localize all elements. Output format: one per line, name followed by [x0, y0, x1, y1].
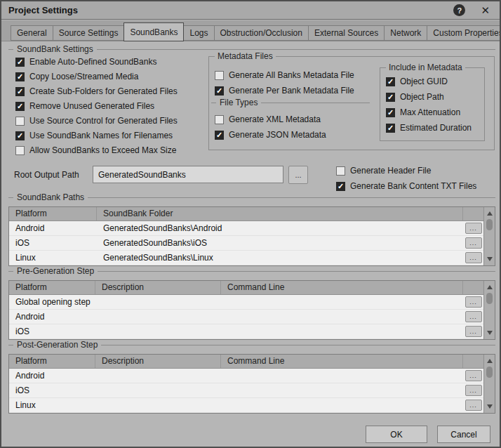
- tab-logs[interactable]: Logs: [183, 25, 214, 41]
- cell-platform: iOS: [9, 327, 95, 336]
- vertical-scrollbar[interactable]: [483, 355, 495, 413]
- checkbox[interactable]: [15, 146, 25, 155]
- root-output-path-input[interactable]: [93, 166, 283, 183]
- scroll-thumb[interactable]: [486, 293, 493, 304]
- tab-general[interactable]: General: [11, 25, 53, 41]
- checkbox-max-attenuation[interactable]: Max Attenuation: [386, 107, 460, 117]
- scroll-thumb[interactable]: [486, 219, 493, 230]
- table-row[interactable]: Linux ...: [9, 398, 483, 413]
- scroll-down-icon[interactable]: [484, 402, 495, 411]
- checkbox-object-guid[interactable]: Object GUID: [386, 77, 448, 86]
- checkbox-label: Object GUID: [400, 77, 448, 86]
- checkbox[interactable]: [386, 124, 395, 133]
- checkbox-generate-bank-content-txt[interactable]: Generate Bank Content TXT Files: [336, 181, 476, 191]
- table-row[interactable]: Linux GeneratedSoundBanks\Linux ...: [9, 251, 483, 265]
- checkbox-remove-unused-generated-files[interactable]: Remove Unused Generated Files: [15, 101, 154, 111]
- checkbox-label: Object Path: [400, 92, 444, 102]
- scroll-up-icon[interactable]: [484, 282, 495, 292]
- checkbox-estimated-duration[interactable]: Estimated Duration: [386, 123, 472, 133]
- vertical-scrollbar[interactable]: [483, 281, 495, 339]
- checkbox[interactable]: [15, 87, 25, 96]
- checkbox-generate-json-metadata[interactable]: Generate JSON Metadata: [215, 130, 326, 140]
- edit-step-button[interactable]: ...: [465, 400, 482, 411]
- window-title: Project Settings: [8, 5, 453, 15]
- help-icon[interactable]: ?: [453, 4, 465, 16]
- post-generation-table: Platform Description Command Line Androi…: [8, 354, 495, 414]
- title-bar[interactable]: Project Settings ? ✕: [1, 1, 500, 20]
- checkbox-create-sub-folders[interactable]: Create Sub-Folders for Generated Files: [15, 86, 178, 96]
- root-output-path-label: Root Output Path: [14, 170, 79, 180]
- checkbox[interactable]: [336, 166, 345, 176]
- edit-step-button[interactable]: ...: [465, 370, 482, 381]
- checkbox[interactable]: [386, 108, 395, 117]
- table-row[interactable]: Global opening step ...: [9, 295, 483, 310]
- edit-step-button[interactable]: ...: [465, 296, 482, 308]
- scroll-down-icon[interactable]: [484, 254, 495, 264]
- edit-step-button[interactable]: ...: [465, 311, 482, 322]
- soundbank-paths-table: Platform SoundBank Folder Android Genera…: [8, 206, 495, 266]
- edit-path-button[interactable]: ...: [465, 237, 482, 249]
- checkbox[interactable]: [215, 71, 224, 80]
- checkbox[interactable]: [386, 77, 395, 86]
- checkbox-use-source-control[interactable]: Use Source Control for Generated Files: [15, 116, 178, 126]
- table-row[interactable]: iOS GeneratedSoundBanks\iOS ...: [9, 236, 483, 251]
- tab-custom-properties[interactable]: Custom Properties: [427, 25, 501, 41]
- scroll-down-icon[interactable]: [484, 328, 495, 338]
- checkbox[interactable]: [215, 86, 224, 95]
- browse-root-path-button[interactable]: ...: [288, 166, 308, 184]
- tab-source-settings[interactable]: Source Settings: [53, 25, 125, 41]
- column-header-platform[interactable]: Platform: [9, 207, 97, 220]
- table-row[interactable]: iOS ...: [9, 383, 483, 398]
- checkbox[interactable]: [215, 115, 224, 124]
- column-header-description[interactable]: Description: [95, 355, 221, 368]
- checkbox[interactable]: [15, 72, 25, 81]
- table-row[interactable]: iOS ...: [9, 324, 483, 339]
- checkbox[interactable]: [15, 117, 25, 126]
- ok-button[interactable]: OK: [366, 426, 427, 443]
- cancel-button[interactable]: Cancel: [437, 426, 490, 443]
- checkbox[interactable]: [336, 182, 345, 191]
- column-header-platform[interactable]: Platform: [9, 355, 95, 368]
- metadata-files-group: Metadata Files Generate All Banks Metada…: [208, 56, 495, 150]
- checkbox[interactable]: [15, 58, 25, 67]
- cell-platform: Android: [9, 312, 95, 322]
- checkbox[interactable]: [15, 131, 25, 140]
- edit-path-button[interactable]: ...: [465, 223, 482, 234]
- checkbox-copy-loose-streamed-media[interactable]: Copy Loose/Streamed Media: [15, 72, 138, 81]
- tab-network[interactable]: Network: [384, 25, 427, 41]
- checkbox-generate-header-file[interactable]: Generate Header File: [336, 166, 431, 176]
- cell-platform: Android: [9, 371, 95, 381]
- column-header-command-line[interactable]: Command Line: [221, 355, 463, 368]
- project-settings-dialog: Project Settings ? ✕ General Source Sett…: [0, 0, 501, 448]
- close-icon[interactable]: ✕: [478, 4, 493, 17]
- checkbox-generate-xml-metadata[interactable]: Generate XML Metadata: [215, 114, 321, 124]
- table-row[interactable]: Android ...: [9, 369, 483, 383]
- checkbox[interactable]: [15, 102, 25, 111]
- checkbox-allow-exceed-max-size[interactable]: Allow SoundBanks to Exceed Max Size: [15, 145, 176, 155]
- edit-step-button[interactable]: ...: [465, 385, 482, 396]
- tab-obstruction-occlusion[interactable]: Obstruction/Occlusion: [214, 25, 309, 41]
- tab-strip: General Source Settings SoundBanks Logs …: [1, 20, 500, 41]
- table-row[interactable]: Android GeneratedSoundBanks\Android ...: [9, 221, 483, 236]
- table-row[interactable]: Android ...: [9, 310, 483, 324]
- column-header-command-line[interactable]: Command Line: [221, 281, 463, 294]
- tab-soundbanks[interactable]: SoundBanks: [123, 22, 184, 41]
- checkbox-label: Enable Auto-Defined SoundBanks: [29, 57, 156, 67]
- column-header-description[interactable]: Description: [95, 281, 221, 294]
- checkbox-use-soundbank-names[interactable]: Use SoundBank Names for Filenames: [15, 131, 173, 140]
- checkbox-object-path[interactable]: Object Path: [386, 92, 444, 102]
- checkbox-generate-per-bank-metadata[interactable]: Generate Per Bank Metadata File: [215, 86, 354, 95]
- checkbox[interactable]: [386, 93, 395, 102]
- edit-path-button[interactable]: ...: [465, 252, 482, 263]
- tab-external-sources[interactable]: External Sources: [308, 25, 385, 41]
- column-header-soundbank-folder[interactable]: SoundBank Folder: [97, 207, 463, 220]
- checkbox[interactable]: [215, 131, 224, 140]
- column-header-platform[interactable]: Platform: [9, 281, 95, 294]
- scroll-up-icon[interactable]: [484, 209, 495, 218]
- scroll-thumb[interactable]: [486, 367, 493, 378]
- edit-step-button[interactable]: ...: [465, 326, 482, 337]
- vertical-scrollbar[interactable]: [483, 207, 495, 265]
- scroll-up-icon[interactable]: [484, 356, 495, 366]
- checkbox-enable-auto-defined-soundbanks[interactable]: Enable Auto-Defined SoundBanks: [15, 57, 156, 67]
- checkbox-generate-all-banks-metadata[interactable]: Generate All Banks Metadata File: [215, 70, 354, 80]
